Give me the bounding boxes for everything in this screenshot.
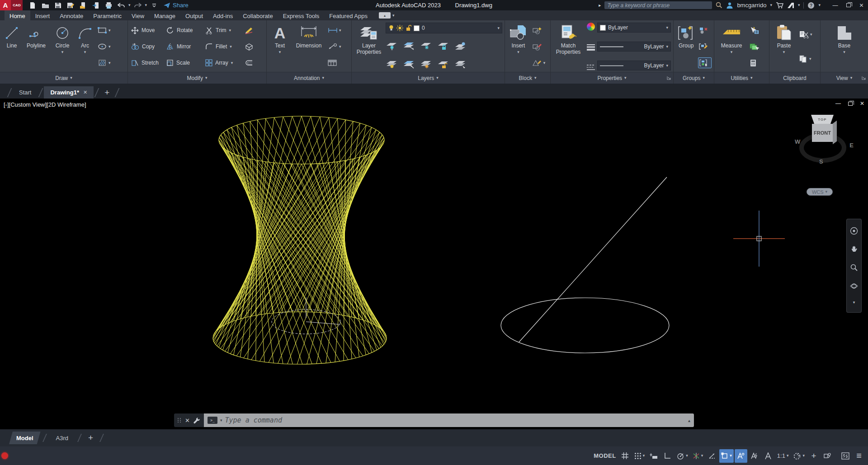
isolate-objects-button[interactable]: [821, 449, 834, 463]
copy-clip-button[interactable]: ▾: [798, 53, 817, 64]
linetype-dropdown[interactable]: ByLayer ▾: [597, 61, 671, 70]
plot-button[interactable]: [103, 1, 114, 10]
rotate-button[interactable]: Rotate: [166, 27, 205, 34]
user-avatar-icon[interactable]: [726, 2, 733, 9]
layout-tab-model[interactable]: Model: [9, 432, 41, 444]
linear-dimension-caret[interactable]: ▾: [339, 28, 341, 33]
ribbon-tab-view[interactable]: View: [127, 10, 149, 20]
model-space-toggle[interactable]: MODEL: [592, 449, 618, 463]
edit-block-button[interactable]: [531, 41, 548, 52]
recent-commands-caret[interactable]: ▾: [220, 418, 222, 423]
ribbon-tab-featured-apps[interactable]: Featured Apps: [324, 10, 373, 20]
command-line-grip[interactable]: [178, 418, 181, 423]
new-layout-button[interactable]: +: [88, 433, 93, 443]
user-menu-caret[interactable]: ▾: [770, 3, 772, 7]
insert-dropdown-caret[interactable]: ▾: [517, 50, 519, 54]
orbit-icon[interactable]: [850, 282, 858, 290]
panel-label-properties[interactable]: Properties▾: [551, 72, 673, 84]
layer-unlock-button[interactable]: [437, 60, 451, 69]
customization-menu-button[interactable]: ≡: [853, 449, 865, 463]
layer-unlock-icon[interactable]: [406, 25, 411, 31]
select-similar-button[interactable]: [748, 41, 765, 52]
circle-button[interactable]: Circle ▾: [50, 21, 75, 72]
annotation-autoscale-toggle[interactable]: [748, 449, 761, 463]
isodraft-toggle[interactable]: ▾: [691, 449, 705, 463]
cut-button[interactable]: ▾: [798, 29, 817, 40]
line-button[interactable]: Line: [1, 21, 22, 72]
group-button[interactable]: Group: [675, 21, 697, 72]
quick-select-button[interactable]: [748, 25, 765, 36]
ucs-menu-button[interactable]: WCS ▾: [807, 188, 833, 196]
panel-label-layers[interactable]: Layers▾: [352, 72, 505, 84]
command-input-field[interactable]: >_ ▾ ▴: [204, 413, 694, 427]
object-snap-toggle[interactable]: ▾: [719, 449, 734, 463]
layout-tab-a3rd[interactable]: A3rd: [49, 432, 75, 444]
ribbon-tab-output[interactable]: Output: [180, 10, 208, 20]
layer-on-bulb-icon[interactable]: [388, 25, 394, 31]
ribbon-tab-parametric[interactable]: Parametric: [88, 10, 127, 20]
viewport-restore-icon[interactable]: [848, 102, 853, 106]
save-as-button[interactable]: [65, 1, 76, 10]
layer-color-swatch[interactable]: [414, 25, 420, 31]
match-properties-button[interactable]: Match Properties: [552, 21, 585, 72]
file-tab-start[interactable]: Start: [13, 86, 38, 99]
mirror-button[interactable]: Mirror: [166, 43, 205, 50]
leader-button[interactable]: ▾: [327, 41, 349, 52]
window-restore-button[interactable]: [842, 0, 855, 10]
layer-freeze-button[interactable]: [420, 42, 434, 51]
help-icon[interactable]: ?: [807, 2, 815, 9]
base-view-button[interactable]: Base ▾: [831, 21, 858, 72]
ribbon-display-options-caret[interactable]: ▾: [392, 14, 395, 18]
paste-dropdown-caret[interactable]: ▾: [783, 50, 785, 54]
redo-dropdown-caret[interactable]: ▾: [145, 3, 147, 7]
ellipse-button[interactable]: ▾: [96, 41, 122, 52]
command-prompt-icon[interactable]: >_: [208, 417, 217, 424]
viewport-close-icon[interactable]: ✕: [860, 100, 864, 107]
layer-thaw-button[interactable]: [420, 60, 434, 69]
layer-off-button[interactable]: [386, 42, 399, 51]
app-store-cart-icon[interactable]: [776, 2, 783, 9]
ellipse-dropdown-caret[interactable]: ▾: [108, 45, 111, 49]
command-line-bar[interactable]: ✕ >_ ▾ ▴: [174, 413, 694, 427]
lineweight-dropdown[interactable]: ByLayer ▾: [597, 42, 671, 52]
edit-attributes-caret[interactable]: ▾: [543, 61, 546, 65]
fillet-dropdown-caret[interactable]: ▾: [230, 45, 232, 49]
offset-button[interactable]: [244, 60, 254, 66]
save-to-web-button[interactable]: [90, 1, 101, 10]
viewcube-top-face[interactable]: TOP: [811, 115, 834, 124]
command-history-caret[interactable]: ▴: [688, 418, 690, 423]
rectangle-button[interactable]: ▾: [96, 25, 122, 36]
isodraft-settings-caret[interactable]: ▾: [701, 454, 703, 458]
viewcube-side-face[interactable]: [833, 121, 837, 144]
layer-dropdown-caret[interactable]: ▾: [497, 26, 500, 30]
command-line-customize-wrench-icon[interactable]: [193, 417, 200, 424]
viewport-minimize-icon[interactable]: —: [835, 100, 841, 107]
window-minimize-button[interactable]: —: [829, 0, 842, 10]
group-edit-button[interactable]: [698, 41, 712, 52]
layer-on-all-button[interactable]: [454, 42, 468, 51]
layer-turn-on-button[interactable]: [386, 60, 399, 69]
grid-display-toggle[interactable]: [619, 449, 632, 463]
scale-button[interactable]: Scale: [166, 59, 205, 66]
open-file-button[interactable]: [40, 1, 51, 10]
search-input[interactable]: [607, 2, 709, 9]
insert-block-button[interactable]: Insert ▾: [506, 21, 530, 72]
array-button[interactable]: Array▾: [205, 59, 244, 66]
ribbon-tab-addins[interactable]: Add-ins: [208, 10, 238, 20]
dynamic-input-toggle[interactable]: [647, 449, 660, 463]
autocad-app-logo[interactable]: A CAD: [0, 0, 23, 10]
pan-icon[interactable]: [850, 245, 858, 254]
layer-merge-button[interactable]: [454, 60, 468, 69]
help-search-box[interactable]: [604, 1, 712, 9]
object-snap-tracking-toggle[interactable]: [706, 449, 718, 463]
ribbon-tab-express-tools[interactable]: Express Tools: [278, 10, 325, 20]
panel-label-view[interactable]: View▾: [821, 72, 868, 84]
viewcube-west-label[interactable]: W: [795, 138, 800, 145]
measure-button[interactable]: Measure ▾: [716, 21, 747, 72]
arc-dropdown-caret[interactable]: ▾: [84, 50, 86, 54]
linear-dimension-button[interactable]: ▾: [327, 25, 349, 36]
status-customization-plus-button[interactable]: +: [807, 449, 820, 463]
search-icon[interactable]: [716, 2, 722, 9]
lineweight-icon[interactable]: [586, 44, 595, 51]
circle-dropdown-caret[interactable]: ▾: [61, 50, 64, 54]
